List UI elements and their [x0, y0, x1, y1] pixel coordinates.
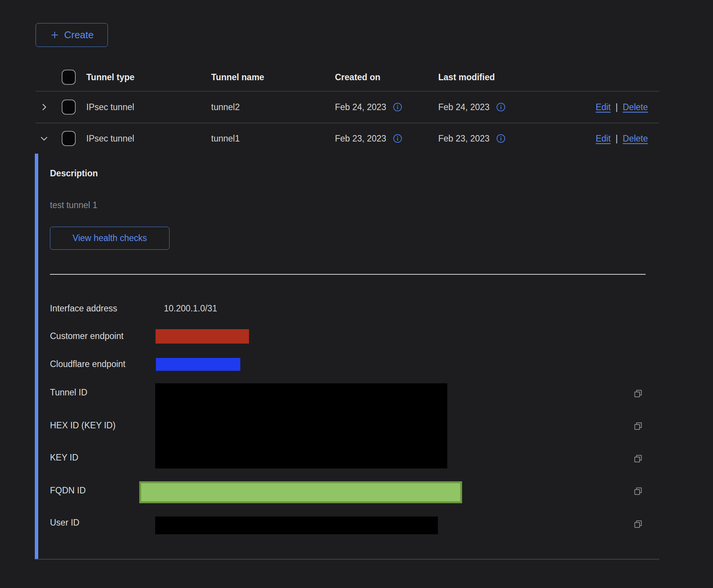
description-value: test tunnel 1	[50, 200, 97, 210]
view-health-checks-button[interactable]: View health checks	[50, 227, 170, 250]
created-on-value: Feb 23, 2023	[335, 133, 386, 143]
last-modified-cell: Feb 24, 2023	[438, 102, 506, 112]
hex-id-label: HEX ID (KEY ID)	[50, 420, 115, 431]
tunnel-type-cell: IPsec tunnel	[86, 133, 134, 143]
table-header: Tunnel type Tunnel name Created on Last …	[36, 64, 659, 91]
tunnel-id-label: Tunnel ID	[50, 387, 87, 398]
cloudflare-endpoint-label: Cloudflare endpoint	[50, 359, 125, 369]
collapse-row-button[interactable]	[39, 134, 49, 143]
key-id-label: KEY ID	[50, 453, 78, 463]
last-modified-cell: Feb 23, 2023	[438, 133, 506, 143]
customer-endpoint-label: Customer endpoint	[50, 331, 123, 341]
copy-tunnel-id-button[interactable]	[633, 388, 643, 399]
last-modified-value: Feb 23, 2023	[438, 133, 490, 143]
copy-icon	[633, 421, 643, 431]
header-tunnel-type: Tunnel type	[86, 72, 134, 82]
last-modified-value: Feb 24, 2023	[438, 102, 490, 112]
user-id-label: User ID	[50, 518, 79, 528]
tunnel-name-cell: tunnel2	[211, 102, 240, 112]
create-button-label: Create	[64, 29, 93, 41]
row-actions: Edit | Delete	[596, 102, 648, 112]
table-row-tunnel1: IPsec tunnel tunnel1 Feb 23, 2023 Feb 23…	[36, 123, 659, 154]
fqdn-id-label: FQDN ID	[50, 485, 86, 496]
header-created-on: Created on	[335, 72, 380, 82]
table-row-tunnel2: IPsec tunnel tunnel2 Feb 24, 2023 Feb 24…	[36, 91, 659, 123]
info-icon[interactable]	[496, 134, 506, 143]
plus-icon	[50, 30, 60, 40]
ids-redaction	[155, 383, 447, 468]
copy-fqdn-id-button[interactable]	[633, 486, 643, 496]
interface-address-label: Interface address	[50, 303, 117, 314]
copy-user-id-button[interactable]	[633, 519, 643, 529]
actions-separator: |	[616, 133, 618, 143]
tunnel-type-cell: IPsec tunnel	[86, 102, 134, 112]
actions-separator: |	[616, 102, 618, 112]
chevron-right-icon	[39, 102, 49, 112]
header-tunnel-name: Tunnel name	[211, 72, 264, 82]
interface-address-value: 10.200.1.0/31	[164, 303, 217, 314]
copy-icon	[633, 519, 643, 529]
delete-link[interactable]: Delete	[623, 133, 648, 143]
user-id-redaction	[155, 516, 438, 534]
create-button[interactable]: Create	[36, 23, 108, 47]
header-last-modified: Last modified	[438, 72, 495, 82]
cloudflare-endpoint-redaction	[156, 358, 240, 371]
row-checkbox[interactable]	[62, 100, 76, 115]
copy-icon	[633, 388, 643, 399]
table-bottom-divider	[36, 559, 659, 560]
created-on-cell: Feb 23, 2023	[335, 133, 402, 143]
tunnels-page: Create Tunnel type Tunnel name Created o…	[0, 0, 713, 588]
detail-divider	[50, 274, 646, 275]
row-actions: Edit | Delete	[596, 133, 648, 143]
info-icon[interactable]	[393, 134, 402, 143]
view-health-checks-label: View health checks	[73, 233, 147, 243]
edit-link[interactable]: Edit	[596, 102, 611, 112]
description-label: Description	[50, 168, 98, 179]
chevron-down-icon	[39, 134, 49, 143]
edit-link[interactable]: Edit	[596, 133, 611, 143]
created-on-value: Feb 24, 2023	[335, 102, 386, 112]
tunnel-name-cell: tunnel1	[211, 133, 240, 143]
copy-key-id-button[interactable]	[633, 453, 643, 464]
created-on-cell: Feb 24, 2023	[335, 102, 402, 112]
fqdn-id-redaction	[139, 481, 462, 503]
select-all-checkbox[interactable]	[62, 70, 76, 85]
row-checkbox[interactable]	[62, 131, 76, 146]
copy-icon	[633, 486, 643, 496]
info-icon[interactable]	[393, 102, 402, 112]
copy-hex-id-button[interactable]	[633, 421, 643, 431]
copy-icon	[633, 453, 643, 464]
expand-row-button[interactable]	[39, 102, 49, 112]
delete-link[interactable]: Delete	[623, 102, 648, 112]
customer-endpoint-redaction	[156, 329, 249, 344]
expanded-row-accent-bar	[35, 154, 38, 559]
info-icon[interactable]	[496, 102, 506, 112]
